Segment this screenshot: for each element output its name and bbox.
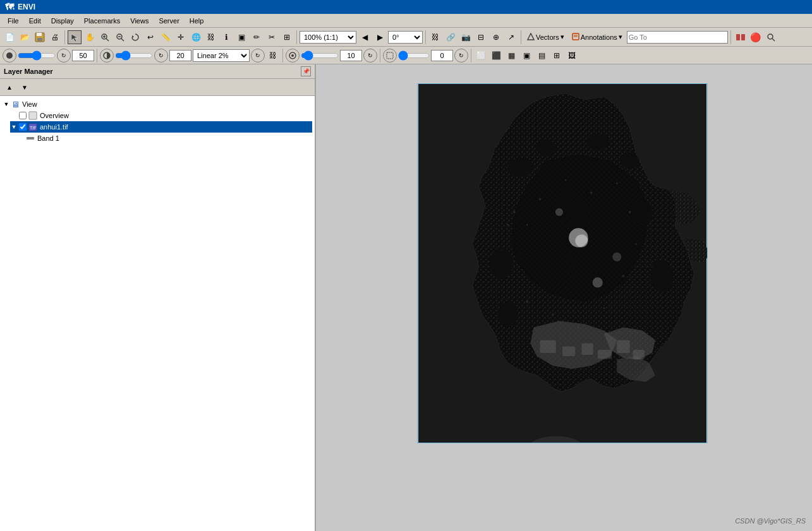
print-button[interactable]: 🖨 <box>48 30 62 44</box>
camera-tool[interactable]: 📷 <box>459 30 473 44</box>
brightness-slider[interactable] <box>18 51 56 61</box>
info-button[interactable]: ℹ <box>219 30 233 44</box>
chain3-btn[interactable]: ⛓ <box>266 49 280 63</box>
zoom-in-tool[interactable] <box>98 30 112 44</box>
annotations-dropdown[interactable]: Annotations ▾ <box>569 30 626 44</box>
transparency-refresh-btn[interactable]: ↻ <box>454 49 468 63</box>
sharpness-input[interactable]: 10 <box>340 50 362 61</box>
open-button[interactable]: 📂 <box>18 30 32 44</box>
chain-tool[interactable]: ⛓ <box>428 30 442 44</box>
brightness-input[interactable]: 50 <box>72 50 94 61</box>
vectors-dropdown[interactable]: Vectors ▾ <box>524 30 567 44</box>
vectors-chevron-icon: ▾ <box>561 33 564 41</box>
extra-btn6[interactable]: ⊞ <box>550 49 564 63</box>
menu-help[interactable]: Help <box>185 16 209 26</box>
measure-button[interactable]: 📏 <box>159 30 173 44</box>
svg-point-56 <box>526 301 528 303</box>
menu-display[interactable]: Display <box>46 16 79 26</box>
panel-pin-btn[interactable]: 📌 <box>301 66 311 76</box>
nav-right[interactable]: ▶ <box>373 30 387 44</box>
scissors-button[interactable]: ✂ <box>265 30 279 44</box>
svg-rect-1 <box>37 33 42 36</box>
zoom-out-tool[interactable] <box>113 30 127 44</box>
stretch-select[interactable]: Linear Linear 2% Linear 5% Equalize Gaus… <box>193 49 250 62</box>
chain2-tool[interactable]: 🔗 <box>444 30 458 44</box>
transparency-input[interactable]: 0 <box>431 50 453 61</box>
table-button[interactable]: ⊞ <box>280 30 294 44</box>
svg-point-45 <box>526 224 528 226</box>
edit2-button[interactable]: ✏ <box>250 30 264 44</box>
layer-up-btn[interactable]: ▲ <box>3 80 16 94</box>
tree-node-band[interactable]: Band 1 <box>18 133 312 144</box>
pan-tool[interactable]: ✋ <box>83 30 97 44</box>
layer-panel: Layer Manager 📌 ▲ ▼ ▼ 🖥 View O <box>0 64 316 531</box>
file-checkbox[interactable] <box>19 123 27 131</box>
stretch-refresh-btn[interactable]: ↻ <box>251 49 265 63</box>
main-area: Layer Manager 📌 ▲ ▼ ▼ 🖥 View O <box>0 64 812 531</box>
svg-point-53 <box>603 307 605 309</box>
title-bar: 🗺 ENVI <box>0 0 812 14</box>
svg-rect-61 <box>562 347 575 356</box>
transparency-slider[interactable] <box>398 51 430 61</box>
sharpness-refresh-btn[interactable]: ↻ <box>363 49 377 63</box>
menu-server[interactable]: Server <box>154 16 184 26</box>
geo-button[interactable]: 🌐 <box>189 30 203 44</box>
extra-btn7[interactable]: 🖼 <box>565 49 579 63</box>
overview-expander[interactable] <box>10 112 18 119</box>
menu-placemarks[interactable]: Placemarks <box>79 16 125 26</box>
sep-tb2-1 <box>97 49 97 63</box>
sharpness-slider[interactable] <box>301 51 339 61</box>
new-button[interactable]: 📄 <box>3 30 16 44</box>
layer-down-btn[interactable]: ▼ <box>18 80 32 94</box>
contrast-input[interactable]: 20 <box>169 50 191 61</box>
file-expander[interactable]: ▼ <box>10 123 18 131</box>
brightness-refresh-btn[interactable]: ↻ <box>57 49 71 63</box>
svg-point-51 <box>635 243 637 245</box>
map-area[interactable]: CSDN @Vigo*GIS_RS <box>316 64 812 531</box>
sharpness-slider-group <box>301 51 339 61</box>
contrast-slider[interactable] <box>115 51 153 61</box>
svg-point-70 <box>633 200 653 225</box>
extra-btn4[interactable]: ▣ <box>519 49 533 63</box>
svg-rect-25 <box>30 112 36 119</box>
select-tool[interactable] <box>68 30 82 44</box>
angle-select[interactable]: 0° 90° 180° 270° <box>388 31 423 44</box>
grid-tool[interactable]: ⊟ <box>474 30 488 44</box>
search-button[interactable] <box>764 30 778 44</box>
brightness-slider-group <box>18 51 56 61</box>
rotate-button[interactable]: ↩ <box>143 30 157 44</box>
band-label: Band 1 <box>37 134 59 142</box>
link-button[interactable]: ⛓ <box>204 30 218 44</box>
tree-node-view[interactable]: ▼ 🖥 View <box>3 98 312 110</box>
menu-edit[interactable]: Edit <box>24 16 46 26</box>
nav-left[interactable]: ◀ <box>358 30 372 44</box>
zoom-select[interactable]: 50% (1:2) 100% (1:1) 200% (2:1) Fit in V… <box>300 31 356 44</box>
contrast-refresh-btn[interactable]: ↻ <box>154 49 168 63</box>
extra-btn2[interactable]: ⬛ <box>489 49 503 63</box>
annotations-label: Annotations <box>581 33 617 41</box>
view-expander[interactable]: ▼ <box>3 100 10 108</box>
extra-btn5[interactable]: ▤ <box>535 49 548 63</box>
extra-btn1[interactable]: ⬜ <box>474 49 488 63</box>
extra-btn3[interactable]: ▦ <box>504 49 518 63</box>
svg-point-52 <box>622 275 624 277</box>
svg-line-4 <box>106 39 109 41</box>
layer-manager-title: Layer Manager <box>4 68 53 75</box>
tree-node-file[interactable]: ▼ TIF anhui1.tif <box>10 121 312 133</box>
overview-checkbox[interactable] <box>19 112 27 119</box>
menu-file[interactable]: File <box>3 16 24 26</box>
menu-views[interactable]: Views <box>125 16 154 26</box>
pointer-tool[interactable]: ↗ <box>504 30 518 44</box>
compare-button[interactable] <box>734 30 748 44</box>
panel-controls: 📌 <box>301 66 311 76</box>
crosshair-button[interactable]: ✛ <box>174 30 188 44</box>
select2-button[interactable]: ▣ <box>234 30 248 44</box>
watermark: CSDN @Vigo*GIS_RS <box>735 517 806 525</box>
tree-node-overview[interactable]: Overview <box>10 110 312 121</box>
cursor-tool[interactable]: ⊕ <box>489 30 503 44</box>
goto-input[interactable] <box>627 31 728 44</box>
refresh-button[interactable] <box>128 30 142 44</box>
alert-button[interactable]: 🔴 <box>749 30 763 44</box>
band-expander[interactable] <box>18 134 25 142</box>
save-button[interactable] <box>33 30 47 44</box>
